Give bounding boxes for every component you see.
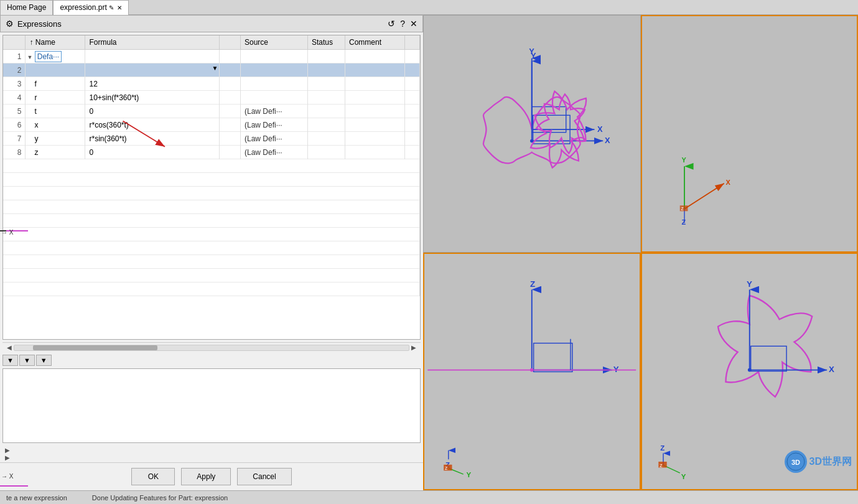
formula-cell-4[interactable]: 10+sin(f*360*t) (85, 91, 220, 105)
gear-icon: ⚙ (6, 19, 14, 29)
table-row[interactable]: 1 ▼ Defa··· (3, 50, 420, 63)
table-row[interactable]: 4 r 10+sin(f*360*t) (3, 91, 420, 105)
expand-icon-1[interactable]: ▶ (5, 447, 418, 454)
comment-cell-5 (345, 105, 404, 118)
table-row-empty[interactable] (3, 282, 420, 296)
table-row[interactable]: 3 f 12 (3, 77, 420, 91)
scroll-right-arrow[interactable]: ▶ (409, 344, 418, 351)
cancel-button[interactable]: Cancel (237, 468, 291, 485)
status-cell-7 (307, 132, 345, 146)
formula-cell-2[interactable]: ▼ (85, 63, 220, 77)
scroll-left-arrow[interactable]: ◀ (5, 344, 14, 351)
col-formula[interactable]: Formula (85, 35, 220, 50)
svg-text:X: X (725, 179, 730, 186)
formula-cell-7[interactable]: r*sin(360*t) (85, 132, 220, 146)
ok-button[interactable]: OK (131, 468, 175, 485)
table-row-empty[interactable] (3, 269, 420, 282)
viewport-bottom-left[interactable]: Z Y Z Y z (423, 253, 641, 490)
svg-rect-49 (750, 346, 786, 371)
tab-close-icon[interactable]: ✕ (117, 4, 122, 11)
refresh-button[interactable]: ↺ (388, 19, 395, 29)
row-expand-1[interactable]: ▼ Defa··· (26, 50, 85, 63)
name-cell-4[interactable]: r (26, 91, 85, 105)
comment-cell-3 (345, 77, 404, 91)
svg-text:Y: Y (681, 156, 686, 164)
name-cell-3[interactable]: f (26, 77, 85, 91)
status-cell-2 (307, 63, 345, 77)
svg-text:Y: Y (681, 473, 686, 480)
table-row[interactable]: 2 ▼ (3, 63, 420, 77)
formula-cell-8[interactable]: 0 (85, 146, 220, 159)
toolbar-btn-3[interactable]: ▼ (36, 355, 52, 366)
table-row-empty[interactable] (3, 173, 420, 187)
col-source[interactable]: Source (241, 35, 308, 50)
viewport-top-right[interactable]: X Y Z z (641, 15, 859, 253)
source-cell-8: (Law Defi··· (241, 146, 308, 159)
formula-cell-6[interactable]: r*cos(360*t) (85, 118, 220, 132)
svg-text:z: z (660, 462, 662, 469)
table-row-empty[interactable] (3, 214, 420, 228)
formula-cell-1[interactable] (85, 50, 220, 63)
watermark-text: 3D世界网 (809, 455, 852, 469)
watermark: 3D 3D世界网 (785, 450, 852, 473)
formula-cell-5[interactable]: 0 (85, 105, 220, 118)
toolbar-btn-2[interactable]: ▼ (19, 355, 35, 366)
name-cell-6[interactable]: x (26, 118, 85, 132)
axis-x-label-left-2: → X (1, 473, 13, 480)
dropdown-arrow-2[interactable]: ▼ (212, 65, 218, 72)
toolbar-btn-1[interactable]: ▼ (2, 355, 18, 366)
name-cell-8[interactable]: z (26, 146, 85, 159)
divider-cell-1 (220, 50, 241, 63)
table-row-empty[interactable] (3, 187, 420, 200)
tab-expression[interactable]: expression.prt ✎ ✕ (53, 0, 128, 15)
table-row[interactable]: 7 y r*sin(360*t) (Law Defi··· (3, 132, 420, 146)
name-cell-editing[interactable]: Defa··· (35, 51, 62, 62)
table-row-empty[interactable] (3, 255, 420, 269)
expression-editor[interactable] (2, 368, 421, 443)
apply-button[interactable]: Apply (181, 468, 231, 485)
scroll-thumb[interactable] (33, 345, 157, 350)
name-cell-2[interactable] (26, 63, 85, 77)
axis-svg-topright: X Y Z z (642, 16, 857, 251)
tab-bar: Home Page expression.prt ✎ ✕ (0, 0, 858, 15)
source-cell-4 (241, 91, 308, 105)
status-right: Done Updating Features for Part: express… (92, 494, 228, 502)
col-comment[interactable]: Comment (345, 35, 404, 50)
table-row[interactable]: 6 x r*cos(360*t) (Law Defi··· (3, 118, 420, 132)
source-cell-7: (Law Defi··· (241, 132, 308, 146)
scroll-track[interactable] (14, 345, 409, 351)
name-cell-5[interactable]: t (26, 105, 85, 118)
comment-cell-2 (345, 63, 404, 77)
horizontal-scrollbar[interactable]: ◀ ▶ (2, 342, 421, 352)
formula-cell-3[interactable]: 12 (85, 77, 220, 91)
col-name[interactable]: ↑ Name (26, 35, 85, 50)
close-dialog-button[interactable]: ✕ (410, 19, 417, 29)
table-row-empty[interactable] (3, 241, 420, 255)
name-cell-7[interactable]: y (26, 132, 85, 146)
extra-cell-3 (404, 77, 419, 91)
extra-cell-1 (404, 50, 419, 63)
svg-text:Z: Z (530, 279, 535, 289)
table-row[interactable]: 8 z 0 (Law Defi··· (3, 146, 420, 159)
table-toolbar: ▼ ▼ ▼ (0, 352, 423, 368)
row-num-4: 4 (3, 91, 26, 105)
table-row-empty[interactable] (3, 200, 420, 214)
divider-cell-5 (220, 105, 241, 118)
status-cell-4 (307, 91, 345, 105)
dialog-titlebar: ⚙ Expressions ↺ ? ✕ (0, 15, 423, 32)
row-num-8: 8 (3, 146, 26, 159)
row-num-2: 2 (3, 63, 26, 77)
row-num-5: 5 (3, 105, 26, 118)
table-row[interactable]: 5 t 0 (Law Defi··· (3, 105, 420, 118)
col-extra (404, 35, 419, 50)
dialog-title-left: ⚙ Expressions (6, 19, 62, 29)
help-button[interactable]: ? (400, 19, 405, 29)
svg-text:X: X (605, 136, 610, 145)
expand-icon-2[interactable]: ▶ (5, 454, 418, 461)
tab-expression-label: expression.prt (60, 3, 106, 12)
table-row-empty[interactable] (3, 159, 420, 173)
table-row-empty[interactable] (3, 228, 420, 241)
viewport-top-left[interactable]: X Y (423, 15, 641, 253)
col-status[interactable]: Status (307, 35, 345, 50)
tab-home[interactable]: Home Page (0, 0, 53, 15)
